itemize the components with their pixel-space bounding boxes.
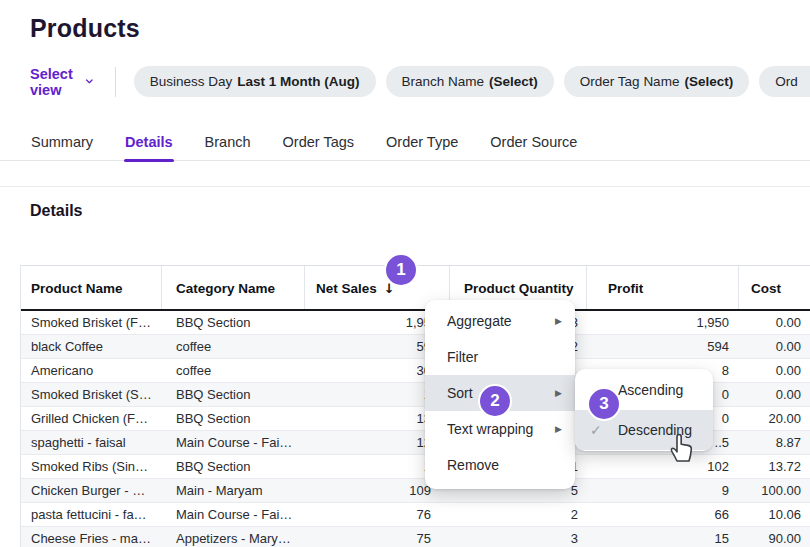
column-header-category-name[interactable]: Category Name — [176, 266, 275, 312]
net-sales-cell: 59 — [271, 335, 431, 359]
filter-pill-business-day[interactable]: Business Day Last 1 Month (Aug) — [134, 66, 376, 97]
category-name-cell: BBQ Section — [176, 383, 250, 407]
cost-cell: 10.06 — [681, 503, 801, 527]
filter-name: Ord — [775, 74, 798, 89]
net-sales-cell: 75 — [271, 527, 431, 547]
category-name-cell: BBQ Section — [176, 407, 250, 431]
column-header-profit[interactable]: Profit — [608, 266, 643, 312]
products-report-page: Products Select view Business Day Last 1… — [0, 0, 810, 547]
filter-pill-order-tag-name[interactable]: Order Tag Name (Select) — [564, 66, 749, 97]
net-sales-cell: 1,95 — [271, 311, 431, 335]
select-view-dropdown[interactable]: Select view — [30, 66, 93, 98]
column-divider — [586, 266, 587, 309]
category-name-cell: BBQ Section — [176, 311, 250, 335]
table-row[interactable]: Smoked Brisket (F… BBQ Section 1,95 3 1,… — [21, 311, 810, 335]
product-name-cell: black Coffee — [31, 335, 103, 359]
step-badge-2: 2 — [478, 384, 512, 418]
column-header-label: Product Name — [31, 281, 123, 296]
filter-value: (Select) — [684, 74, 733, 89]
quantity-cell: 3 — [451, 527, 578, 547]
submenu-arrow-icon: ▶ — [555, 316, 562, 326]
filter-value: Last 1 Month (Aug) — [237, 74, 359, 89]
net-sales-cell: 1 — [271, 455, 431, 479]
cursor-pointer-icon — [666, 428, 698, 464]
menu-item-label: Filter — [447, 349, 478, 365]
product-name-cell: Grilled Chicken (F… — [31, 407, 148, 431]
column-header-label: Net Sales — [316, 281, 377, 296]
column-header-net-sales[interactable]: Net Sales↓ — [316, 266, 395, 312]
net-sales-cell: 13 — [271, 407, 431, 431]
product-name-cell: Smoked Brisket (F… — [31, 311, 151, 335]
step-badge-1: 1 — [384, 253, 418, 287]
submenu-arrow-icon: ▶ — [555, 424, 562, 434]
menu-item-filter[interactable]: Filter — [425, 339, 575, 375]
tab-label: Details — [125, 134, 173, 150]
menu-item-label: Sort — [447, 385, 473, 401]
menu-item-aggregate[interactable]: Aggregate ▶ — [425, 303, 575, 339]
menu-item-remove[interactable]: Remove — [425, 447, 575, 483]
tab-label: Branch — [205, 134, 251, 150]
tab-label: Summary — [31, 134, 93, 150]
tab-label: Order Tags — [283, 134, 354, 150]
cost-cell: 90.00 — [681, 527, 801, 547]
filter-pill-order-clipped[interactable]: Ord — [759, 66, 810, 97]
report-tabs: Summary Details Branch Order Tags Order … — [0, 124, 810, 161]
net-sales-cell: 12 — [271, 431, 431, 455]
section-title: Details — [30, 202, 82, 220]
select-view-label: Select view — [30, 66, 77, 98]
tab-summary[interactable]: Summary — [30, 124, 94, 161]
column-header-cost[interactable]: Cost — [751, 266, 781, 312]
menu-item-label: Aggregate — [447, 313, 512, 329]
cost-cell: 13.72 — [681, 455, 801, 479]
cost-cell: 0.00 — [681, 335, 801, 359]
table-row[interactable]: Chicken Burger - … Main - Maryam 109 5 9… — [21, 479, 810, 503]
column-header-label: Profit — [608, 281, 643, 296]
product-name-cell: Americano — [31, 359, 93, 383]
divider — [115, 67, 116, 97]
product-name-cell: Chicken Burger - … — [31, 479, 145, 503]
category-name-cell: Main - Maryam — [176, 479, 263, 503]
cost-cell: 100.00 — [681, 479, 801, 503]
product-name-cell: Smoked Ribs (Sin… — [31, 455, 148, 479]
column-divider — [161, 266, 162, 309]
table-row[interactable]: Cheese Fries - ma… Appetizers - Mary… 75… — [21, 527, 810, 547]
filter-name: Branch Name — [402, 74, 485, 89]
menu-item-label: Remove — [447, 457, 499, 473]
tab-details[interactable]: Details — [124, 124, 174, 161]
step-badge-3: 3 — [587, 387, 621, 421]
table-row[interactable]: pasta fettucini - fa… Main Course - Fai…… — [21, 503, 810, 527]
category-name-cell: BBQ Section — [176, 455, 250, 479]
checkmark-icon: ✓ — [590, 422, 602, 438]
tab-branch[interactable]: Branch — [204, 124, 252, 161]
product-name-cell: spaghetti - faisal — [31, 431, 126, 455]
filter-bar: Select view Business Day Last 1 Month (A… — [30, 66, 810, 97]
net-sales-cell: 76 — [271, 503, 431, 527]
table-row[interactable]: black Coffee coffee 59 2 594 0.00 — [21, 335, 810, 359]
filter-pills: Business Day Last 1 Month (Aug) Branch N… — [134, 66, 810, 97]
tab-label: Order Type — [386, 134, 458, 150]
chevron-down-icon — [86, 78, 93, 85]
submenu-item-label: Ascending — [618, 382, 683, 398]
product-name-cell: Smoked Brisket (S… — [31, 383, 152, 407]
net-sales-cell: 30 — [271, 359, 431, 383]
column-header-label: Category Name — [176, 281, 275, 296]
menu-item-label: Text wrapping — [447, 421, 533, 437]
column-divider — [738, 266, 739, 309]
filter-name: Business Day — [150, 74, 233, 89]
product-name-cell: pasta fettucini - fa… — [31, 503, 147, 527]
column-header-product-name[interactable]: Product Name — [31, 266, 123, 312]
category-name-cell: coffee — [176, 335, 211, 359]
cost-cell: 0.00 — [681, 311, 801, 335]
column-header-label: Product Quantity — [464, 281, 574, 296]
column-header-label: Cost — [751, 281, 781, 296]
net-sales-cell: 1 — [271, 383, 431, 407]
tab-order-type[interactable]: Order Type — [385, 124, 459, 161]
category-name-cell: coffee — [176, 359, 211, 383]
filter-pill-branch-name[interactable]: Branch Name (Select) — [386, 66, 554, 97]
filter-value: (Select) — [489, 74, 538, 89]
tab-order-source[interactable]: Order Source — [489, 124, 578, 161]
tab-label: Order Source — [490, 134, 577, 150]
submenu-arrow-icon: ▶ — [555, 388, 562, 398]
net-sales-cell: 109 — [271, 479, 431, 503]
tab-order-tags[interactable]: Order Tags — [282, 124, 355, 161]
